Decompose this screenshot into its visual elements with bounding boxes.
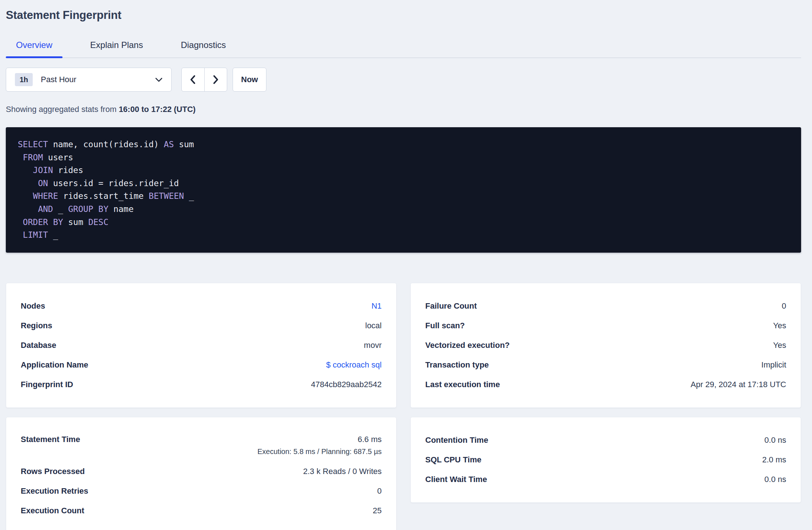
row-label: Statement Time: [21, 435, 80, 444]
table-row: SQL CPU Time 2.0 ms: [425, 450, 786, 470]
last-execution-time-value: Apr 29, 2024 at 17:18 UTC: [691, 380, 786, 389]
row-value: Yes: [773, 341, 786, 350]
row-value: 0.0 ns: [764, 475, 786, 484]
aggregated-stats-line: Showing aggregated stats from 16:00 to 1…: [6, 105, 801, 114]
table-row: Execution Count 25: [21, 501, 382, 521]
row-subvalue: Execution: 5.8 ms / Planning: 687.5 µs: [257, 447, 382, 456]
row-value: Yes: [773, 321, 786, 330]
row-label: Client Wait Time: [425, 475, 487, 484]
sql-statement-box: SELECT name, count(rides.id) AS sum FROM…: [6, 127, 801, 253]
wait-times-card: Contention Time 0.0 ns SQL CPU Time 2.0 …: [410, 417, 801, 503]
row-label: Regions: [21, 321, 52, 330]
table-row: Database movr: [21, 336, 382, 355]
nodes-link[interactable]: N1: [371, 301, 382, 311]
time-range-dropdown[interactable]: 1h Past Hour: [6, 68, 172, 92]
table-row: Execution Retries 0: [21, 481, 382, 501]
row-label: Execution Count: [21, 506, 84, 515]
tab-overview[interactable]: Overview: [6, 35, 63, 57]
time-range-label: Past Hour: [41, 75, 76, 84]
time-range-badge: 1h: [15, 73, 33, 86]
table-row: Vectorized execution? Yes: [425, 336, 786, 355]
chevron-right-icon: [213, 75, 219, 85]
application-name-link[interactable]: $ cockroach sql: [326, 360, 382, 370]
row-value: 2.0 ms: [762, 455, 786, 465]
table-row: Statement Time 6.6 ms Execution: 5.8 ms …: [21, 430, 382, 462]
table-row: Application Name $ cockroach sql: [21, 355, 382, 375]
row-label: Contention Time: [425, 435, 488, 445]
execution-attributes-card: Failure Count 0 Full scan? Yes Vectorize…: [410, 283, 801, 408]
row-label: Rows Processed: [21, 467, 85, 476]
tab-diagnostics[interactable]: Diagnostics: [170, 35, 236, 57]
table-row: Full scan? Yes: [425, 316, 786, 336]
now-button[interactable]: Now: [233, 68, 266, 92]
statement-fingerprint-page: Statement Fingerprint Overview Explain P…: [0, 0, 812, 530]
row-label: Application Name: [21, 360, 88, 370]
row-label: Full scan?: [425, 321, 465, 330]
row-label: Vectorized execution?: [425, 341, 510, 350]
table-row: Client Wait Time 0.0 ns: [425, 470, 786, 489]
row-label: Last execution time: [425, 380, 500, 389]
row-value: 0.0 ns: [764, 435, 786, 445]
table-row: Regions local: [21, 316, 382, 336]
row-label: Fingerprint ID: [21, 380, 73, 389]
row-label: Database: [21, 341, 56, 350]
tab-bar: Overview Explain Plans Diagnostics: [6, 35, 801, 58]
row-label: Failure Count: [425, 301, 477, 311]
row-value: Implicit: [761, 360, 786, 370]
row-value: 0: [782, 301, 786, 311]
tab-explain-plans[interactable]: Explain Plans: [80, 35, 153, 57]
row-label: SQL CPU Time: [425, 455, 481, 465]
row-value: local: [365, 321, 382, 330]
table-row: Rows Processed 2.3 k Reads / 0 Writes: [21, 462, 382, 481]
row-label: Execution Retries: [21, 486, 88, 496]
stats-line-prefix: Showing aggregated stats from: [6, 105, 119, 114]
previous-range-button[interactable]: [182, 68, 205, 91]
table-row: Nodes N1: [21, 296, 382, 316]
statement-time-values: 6.6 ms Execution: 5.8 ms / Planning: 687…: [257, 435, 382, 456]
time-picker-toolbar: 1h Past Hour Now: [6, 68, 801, 92]
time-range-stepper: [181, 68, 227, 92]
statement-times-card: Statement Time 6.6 ms Execution: 5.8 ms …: [6, 417, 397, 530]
table-row: Transaction type Implicit: [425, 355, 786, 375]
row-value: 6.6 ms: [358, 435, 382, 444]
row-value: 25: [373, 506, 382, 515]
chevron-left-icon: [190, 75, 196, 85]
next-range-button[interactable]: [205, 68, 227, 91]
overview-details-card: Nodes N1 Regions local Database movr App…: [6, 283, 397, 408]
row-label: Nodes: [21, 301, 45, 311]
table-row: Failure Count 0: [425, 296, 786, 316]
row-value: 2.3 k Reads / 0 Writes: [303, 467, 382, 476]
page-title: Statement Fingerprint: [6, 9, 801, 22]
fingerprint-id-value: 4784cb829aab2542: [311, 380, 382, 389]
row-label: Transaction type: [425, 360, 489, 370]
summary-cards: Nodes N1 Regions local Database movr App…: [6, 283, 801, 530]
table-row: Contention Time 0.0 ns: [425, 430, 786, 450]
row-value: 0: [377, 486, 382, 496]
chevron-down-icon: [155, 77, 162, 82]
stats-line-range: 16:00 to 17:22 (UTC): [119, 105, 196, 114]
table-row: Fingerprint ID 4784cb829aab2542: [21, 375, 382, 394]
row-value: movr: [364, 341, 382, 350]
table-row: Last execution time Apr 29, 2024 at 17:1…: [425, 375, 786, 394]
